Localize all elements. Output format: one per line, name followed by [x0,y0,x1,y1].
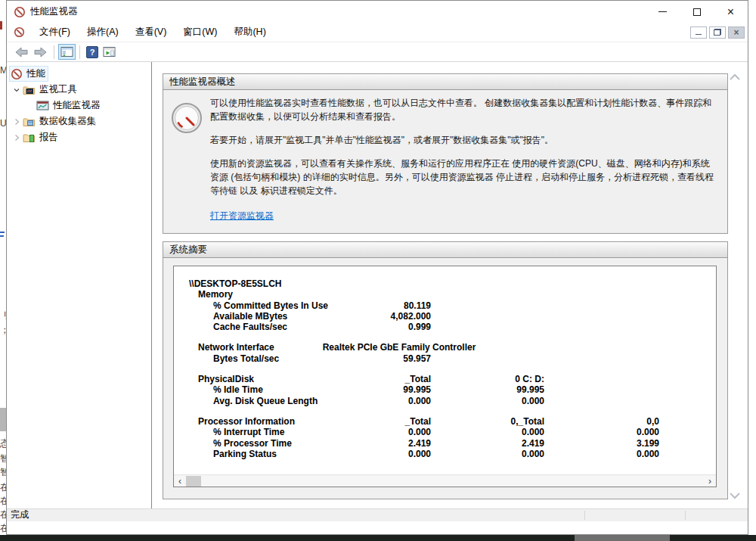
chevron-right-icon[interactable] [11,117,22,126]
scrollbar-thumb[interactable] [186,476,201,487]
report-counter-value: 3.199 [174,438,659,449]
report-row: % Interrupt Time0.0000.0000.000 [174,427,716,437]
report-row: Processor Information_Total0,_Total0,0 [174,416,716,427]
show-hide-action-pane-button[interactable] [101,45,118,59]
toolbar-separator [54,45,54,59]
report-row: Bytes Total/sec59.957 [174,353,716,364]
overview-paragraph: 若要开始，请展开"监视工具"并单击"性能监视器"，或者展开"数据收集器集"或"报… [210,133,718,147]
maximize-button[interactable] [680,1,714,23]
tree-item-content: 监视工具 [22,82,79,97]
chevron-down-icon[interactable] [11,86,22,95]
system-summary-panel-header: 系统摘要 [163,242,727,258]
minimize-button[interactable] [646,1,680,23]
report-counter-value: 59.957 [174,353,431,364]
mdi-close-button[interactable]: × [728,26,745,39]
title-bar: 性能监视器 × [7,1,748,23]
overview-panel: 性能监视器概述 可以使用性能监视器实时查看性能数据，也可以从日志文件中查看。 创… [163,73,728,234]
chart-icon [36,101,49,110]
overview-body: 可以使用性能监视器实时查看性能数据，也可以从日志文件中查看。 创建数据收集器集以… [163,90,727,222]
perfmon-menu-icon [14,26,25,38]
report-row: Network InterfaceRealtek PCIe GbE Family… [174,342,716,353]
tree-item-label: 性能监视器 [53,99,101,112]
tree-item-label: 数据收集器集 [39,115,96,128]
report-counter-value: 80.119 [174,300,431,311]
tree-item-data-collector-sets[interactable]: 数据收集器集 [7,113,151,129]
report-instance-header: 0 C: D: [174,374,544,384]
report-row: PhysicalDisk_Total0 C: D: [174,374,716,384]
tree-item-content: 性能 [10,67,48,81]
background-text-fragment: 在 [0,495,6,508]
report-row: Cache Faults/sec0.999 [174,322,716,332]
report-counter-value: 0.000 [174,396,544,406]
tree-item-label: 监视工具 [39,83,77,96]
background-window-remnant: MU刂；态智智在在在在 [0,0,6,541]
tree-item-label: 报告 [39,131,58,144]
horizontal-scrollbar[interactable]: ‹ › [174,474,716,487]
report-gap [174,332,716,342]
report-counter-value: 4,082.000 [174,311,431,322]
report-counter-value: 0.999 [174,322,431,332]
open-resource-monitor-link[interactable]: 打开资源监视器 [210,209,274,222]
overview-text: 可以使用性能监视器实时查看性能数据，也可以从日志文件中查看。 创建数据收集器集以… [210,96,718,222]
tree-item-performance-monitor[interactable]: 性能监视器 [7,98,151,113]
tree-item-content: 数据收集器集 [22,114,98,129]
report-row: \\DESKTOP-8E5SLCH [174,278,716,289]
background-text-fragment: U [0,118,6,129]
scroll-right-arrow-icon[interactable]: › [704,476,716,487]
svg-text:?: ? [90,48,95,57]
scroll-left-arrow-icon[interactable]: ‹ [174,476,186,487]
menu-file[interactable]: 文件(F) [31,23,79,42]
tree-item-reports[interactable]: 报告 [7,129,151,145]
scroll-down-chevron-icon[interactable] [728,490,742,503]
close-button[interactable]: × [714,1,748,23]
chevron-right-icon[interactable] [11,133,22,142]
help-button[interactable]: ? [84,45,101,60]
mdi-restore-button[interactable] [709,26,726,39]
background-text-fragment: 态 [0,437,6,450]
minimize-icon [658,11,667,12]
status-bar-separator [584,511,585,520]
scroll-up-chevron-icon[interactable] [728,71,742,85]
background-window-edge-segment [575,535,670,541]
menu-view[interactable]: 查看(V) [127,23,175,42]
report-row: % Processor Time2.4192.4193.199 [174,438,716,449]
mdi-minimize-button[interactable] [690,26,707,39]
menu-help[interactable]: 帮助(H) [225,23,274,42]
report-gap [174,364,716,374]
back-button[interactable] [12,45,31,59]
report-object-name: Memory [198,289,233,300]
tree-item-performance-root[interactable]: 性能 [7,66,151,82]
report-host-name: \\DESKTOP-8E5SLCH [189,278,281,289]
folder-chart-icon [23,85,36,95]
close-icon: × [727,6,734,18]
report-body: \\DESKTOP-8E5SLCHMemory% Committed Bytes… [174,266,716,459]
toolbar: ? [7,42,748,62]
background-text-fragment: M [0,65,6,76]
report-row: Available MBytes4,082.000 [174,311,716,322]
background-text-fragment: 刂 [0,309,6,322]
tree-item-content: 性能监视器 [36,98,103,113]
background-fragment [0,408,6,431]
report-counter-value: 0.000 [174,427,659,437]
report-instance-header: 0,0 [174,416,659,427]
tree-item-monitoring-tools[interactable]: 监视工具 [7,82,151,98]
menu-window[interactable]: 窗口(W) [175,23,225,42]
report-instance-header: Realtek PCIe GbE Family Controller [271,342,528,353]
overview-paragraph: 使用新的资源监视器，可以查看有关操作系统、服务和运行的应用程序正在 使用的硬件资… [210,157,718,197]
perfmon-icon [11,68,23,80]
background-text-fragment: ； [0,324,6,337]
performance-gauge-icon [171,96,210,222]
console-tree-icon [60,46,73,58]
mdi-minimize-icon [696,34,702,35]
background-fragment [0,21,2,30]
forward-button[interactable] [31,45,50,59]
background-text-fragment: 在 [0,481,6,494]
menu-bar: 文件(F) 操作(A) 查看(V) 窗口(W) 帮助(H) × [7,23,748,42]
background-text-fragment: 智 [0,466,6,479]
menu-action[interactable]: 操作(A) [79,23,127,42]
forward-arrow-icon [33,47,48,58]
show-hide-console-tree-button[interactable] [58,44,76,60]
system-summary-body: \\DESKTOP-8E5SLCHMemory% Committed Bytes… [163,258,727,499]
report-row: Avg. Disk Queue Length0.0000.000 [174,396,716,406]
perfmon-app-icon [14,6,26,18]
